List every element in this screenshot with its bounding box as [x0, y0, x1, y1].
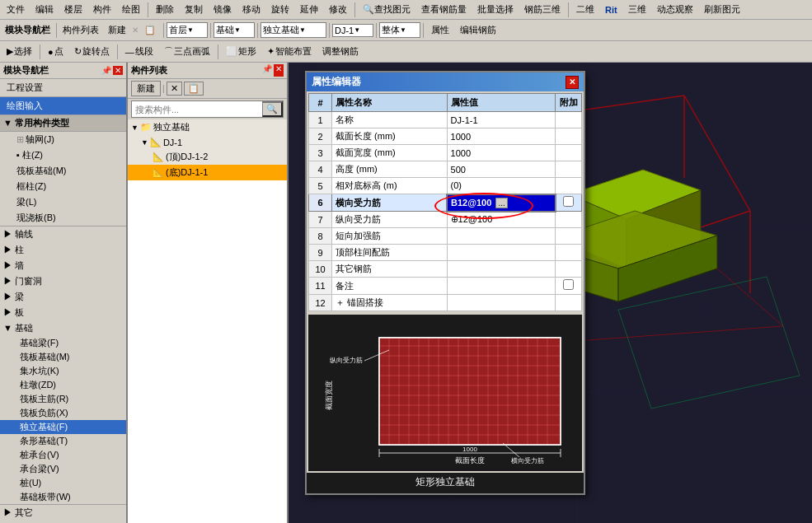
btn-copy[interactable]: 复制	[180, 2, 208, 17]
tree-dj1-bot[interactable]: 📐 (底)DJ-1-1	[128, 165, 287, 180]
nav-strip-base[interactable]: 条形基础(T)	[0, 434, 126, 448]
nav-raft-main-rebar[interactable]: 筏板主筋(R)	[0, 392, 126, 406]
nav-raft-base[interactable]: 筏板基础(M)	[0, 350, 126, 364]
row12-value[interactable]	[447, 295, 555, 311]
section-beam[interactable]: ▶ 梁	[0, 289, 126, 305]
btn-modify[interactable]: 修改	[324, 2, 352, 17]
btn-del-comp[interactable]: ✕	[167, 82, 182, 96]
nav-cast-slab[interactable]: 现浇板(B)	[0, 210, 126, 226]
floor-dropdown[interactable]: 首层 ▼	[167, 22, 208, 38]
row3-value[interactable]: 1000	[447, 145, 555, 161]
row11-value[interactable]	[447, 278, 555, 295]
btn-refresh[interactable]: 刷新图元	[699, 2, 745, 17]
btn-batch[interactable]: 批量选择	[472, 2, 519, 17]
btn-move[interactable]: 移动	[237, 2, 265, 17]
btn-copy-comp2[interactable]: 📋	[184, 82, 204, 96]
btn-line[interactable]: — 线段	[120, 44, 158, 59]
btn-copy-comp[interactable]: 📋	[139, 23, 161, 37]
btn-edit-rebar[interactable]: 编辑钢筋	[455, 22, 501, 38]
nav-cap-beam[interactable]: 承台梁(V)	[0, 462, 126, 476]
btn-delete[interactable]: 删除	[151, 2, 179, 17]
nav-standalone-base[interactable]: 独立基础(F)	[0, 420, 126, 434]
btn-3d[interactable]: 三维	[623, 2, 651, 17]
search-input[interactable]	[132, 104, 262, 115]
row7-value[interactable]: ⊕12@100	[447, 212, 555, 228]
row4-value[interactable]: 500	[447, 161, 555, 178]
btn-point[interactable]: ● 点	[43, 44, 68, 59]
search-btn[interactable]: 🔍	[262, 101, 283, 117]
btn-rotate-point[interactable]: ↻ 旋转点	[69, 44, 115, 59]
section-window[interactable]: ▶ 门窗洞	[0, 273, 126, 289]
btn-new-comp[interactable]: 新建	[131, 81, 161, 96]
row6-attach[interactable]	[556, 194, 582, 212]
row6-value[interactable]: B12@100 ...	[447, 194, 555, 212]
menu-tools[interactable]: 构件	[88, 2, 116, 17]
nav-frame-col[interactable]: 框柱(Z)	[0, 179, 126, 194]
tree-dj1-top[interactable]: 📐 (顶)DJ-1-2	[128, 149, 287, 165]
row11-attach[interactable]	[556, 278, 582, 295]
btn-three-arc[interactable]: ⌒ 三点画弧	[159, 44, 215, 59]
row5-value[interactable]: (0)	[447, 178, 555, 194]
whole-dropdown[interactable]: 整体 ▼	[379, 22, 420, 38]
nav-base-band[interactable]: 基础板带(W)	[0, 490, 126, 504]
nav-pile-cap[interactable]: 桩承台(V)	[0, 448, 126, 462]
row6-checkbox[interactable]	[563, 196, 574, 207]
btn-extend[interactable]: 延伸	[295, 2, 323, 17]
section-wall[interactable]: ▶ 墙	[0, 258, 126, 273]
btn-mirror[interactable]: 镜像	[209, 2, 237, 17]
section-other[interactable]: ▶ 其它	[0, 504, 126, 521]
btn-rebar3d[interactable]: 钢筋三维	[519, 2, 566, 17]
btn-new[interactable]: 新建	[103, 22, 131, 38]
pin-comp-btn[interactable]: 📌	[262, 64, 272, 77]
nav-pile[interactable]: 桩(U)	[0, 476, 126, 490]
btn-rect[interactable]: ⬜ 矩形	[221, 44, 261, 59]
row6-ellipsis[interactable]: ...	[495, 198, 507, 208]
btn-count[interactable]: 查看钢筋量	[416, 2, 472, 17]
menu-edit[interactable]: 编辑	[31, 2, 59, 17]
standalone-dropdown[interactable]: 独立基础 ▼	[260, 22, 326, 38]
btn-2d[interactable]: 二维	[571, 2, 599, 17]
close-nav-btn[interactable]: ✕	[113, 66, 123, 75]
section-col[interactable]: ▶ 柱	[0, 242, 126, 258]
row11-checkbox[interactable]	[563, 279, 574, 290]
menu-draw[interactable]: 绘图	[117, 2, 145, 17]
pin-btn[interactable]: 📌	[101, 66, 111, 75]
section-foundation[interactable]: ▼ 基础	[0, 320, 126, 336]
dialog-close-btn[interactable]: ✕	[566, 76, 579, 89]
nav-column[interactable]: ▪ 柱(Z)	[0, 147, 126, 163]
nav-axis[interactable]: ⊞ 轴网(J)	[0, 132, 126, 147]
nav-beam[interactable]: 梁(L)	[0, 194, 126, 210]
menu-file[interactable]: 文件	[2, 2, 30, 17]
btn-adjust-rebar[interactable]: 调整钢筋	[317, 44, 364, 59]
row1-value[interactable]: DJ-1-1	[447, 112, 555, 128]
nav-raft[interactable]: 筏板基础(M)	[0, 163, 126, 179]
row12-name[interactable]: ＋ 锚固搭接	[332, 295, 448, 311]
btn-rotate[interactable]: 旋转	[266, 2, 294, 17]
dialog-titlebar[interactable]: 属性编辑器 ✕	[307, 72, 584, 91]
nav-raft-neg-rebar[interactable]: 筏板负筋(X)	[0, 406, 126, 420]
row9-value[interactable]	[447, 245, 555, 261]
btn-dynamic[interactable]: 动态观察	[652, 2, 698, 17]
base-dropdown[interactable]: 基础 ▼	[214, 22, 255, 38]
expand-common[interactable]: ▼	[3, 118, 12, 128]
tree-root[interactable]: ▼ 📁 独立基础	[128, 119, 287, 135]
nav-pilecap-pier[interactable]: 柱墩(ZD)	[0, 378, 126, 392]
nav-project-settings[interactable]: 工程设置	[0, 79, 126, 97]
nav-drawing-input[interactable]: 绘图输入	[0, 97, 126, 115]
btn-property[interactable]: 属性	[426, 22, 454, 38]
nav-found-beam[interactable]: 基础梁(F)	[0, 336, 126, 350]
btn-find[interactable]: 🔍查找图元	[358, 2, 415, 17]
close-comp-btn[interactable]: ✕	[274, 64, 284, 77]
menu-view[interactable]: 楼层	[59, 2, 87, 17]
section-axis[interactable]: ▶ 轴线	[0, 226, 126, 242]
row2-value[interactable]: 1000	[447, 128, 555, 145]
row8-value[interactable]	[447, 228, 555, 245]
section-slab[interactable]: ▶ 板	[0, 305, 126, 320]
nav-sump[interactable]: 集水坑(K)	[0, 364, 126, 378]
btn-smart[interactable]: ✦ 智能布置	[262, 44, 317, 59]
tree-dj1[interactable]: ▼ 📐 DJ-1	[128, 135, 287, 149]
btn-select[interactable]: ▶ 选择	[2, 44, 37, 59]
dj-dropdown[interactable]: DJ-1 ▼	[332, 24, 373, 37]
row10-value[interactable]	[447, 261, 555, 278]
btn-rit[interactable]: Rit	[600, 3, 622, 16]
